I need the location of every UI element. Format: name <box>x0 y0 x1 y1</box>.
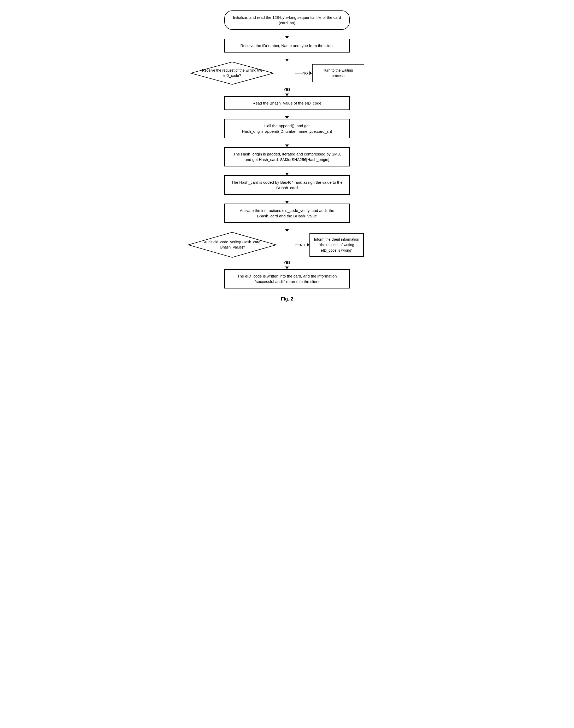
step6-node: Activate the instructions eid_code_verif… <box>224 203 350 223</box>
decision1-node: Receive the request of the writing the e… <box>190 62 274 85</box>
connector-6 <box>285 195 289 203</box>
side-box-2: Inform the client information “the reque… <box>310 233 364 257</box>
connector-4 <box>285 138 289 147</box>
no-connector-1: NO <box>295 71 312 75</box>
yes-label-2: YES <box>284 258 290 269</box>
connector-2 <box>285 52 289 62</box>
no-connector-2: NO <box>295 243 310 247</box>
side-box-1: Turn to the waiting process <box>312 64 364 82</box>
connector-7 <box>285 223 289 232</box>
step3-node: Call the append(), and get Hash_origin=a… <box>224 119 350 138</box>
step5-node: The Hash_card is coded by Bas464, and as… <box>224 175 350 195</box>
step4-node: The Hash_origin is padded, iterated and … <box>224 147 350 166</box>
connector-1 <box>285 30 289 39</box>
step1-node: Receive the IDnumber, Name and type from… <box>224 39 350 52</box>
flowchart: Initialize, and read the 128-byte-long s… <box>169 10 405 302</box>
start-node: Initialize, and read the 128-byte-long s… <box>224 10 350 30</box>
decision1-row: Receive the request of the writing the e… <box>169 62 405 85</box>
decision2-row: Audit eid_code_verify(BHash_card ,Bhash_… <box>169 232 405 258</box>
decision2-node: Audit eid_code_verify(BHash_card ,Bhash_… <box>188 232 277 258</box>
connector-5 <box>285 166 289 175</box>
step7-node: The eID_code is written into the card, a… <box>224 269 350 289</box>
figure-label: Fig. 2 <box>281 296 293 302</box>
step2-node: Read the Bhash_Value of the eID_code <box>224 96 350 110</box>
connector-3 <box>285 110 289 119</box>
yes-label-1: YES <box>284 85 290 96</box>
